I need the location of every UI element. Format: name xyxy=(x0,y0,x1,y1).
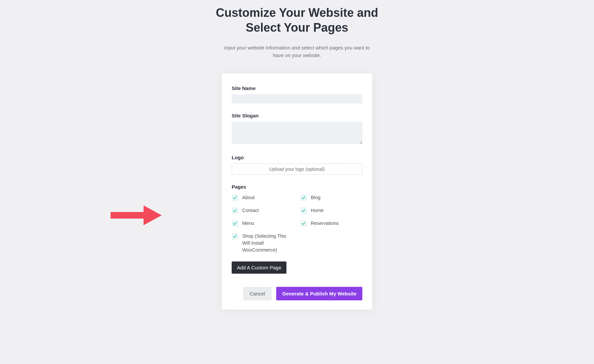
pages-grid: About Blog Contact xyxy=(232,194,362,254)
site-name-field: Site Name xyxy=(232,85,362,104)
svg-marker-1 xyxy=(144,205,162,225)
pages-label: Pages xyxy=(232,184,362,190)
form-card: Site Name Site Slogan Logo Upload your l… xyxy=(222,74,372,310)
checkbox-home[interactable] xyxy=(300,207,307,214)
site-slogan-label: Site Slogan xyxy=(232,113,362,118)
page-item-about: About xyxy=(232,194,294,201)
page-title: Customize Your Website and Select Your P… xyxy=(0,5,594,35)
add-custom-page-button[interactable]: Add A Custom Page xyxy=(232,261,286,274)
svg-rect-0 xyxy=(111,212,145,219)
cancel-button[interactable]: Cancel xyxy=(243,287,272,300)
page-subtitle: Input your website information and selec… xyxy=(219,44,375,59)
page-label-reservations: Reservations xyxy=(311,220,339,227)
check-icon xyxy=(302,222,306,226)
check-icon xyxy=(233,196,237,200)
page-title-line2: Select Your Pages xyxy=(246,21,348,34)
checkbox-reservations[interactable] xyxy=(300,220,307,227)
page-item-menu: Menu xyxy=(232,220,294,227)
check-icon xyxy=(302,209,306,213)
page-label-contact: Contact xyxy=(242,207,259,214)
logo-upload-button[interactable]: Upload your logo (optional) xyxy=(232,164,362,175)
generate-publish-button[interactable]: Generate & Publish My Website xyxy=(276,287,362,300)
checkbox-contact[interactable] xyxy=(232,207,238,214)
checkbox-blog[interactable] xyxy=(300,195,307,201)
site-slogan-input[interactable] xyxy=(232,122,362,144)
site-name-input[interactable] xyxy=(232,94,362,104)
logo-field: Logo Upload your logo (optional) xyxy=(232,155,362,175)
site-name-label: Site Name xyxy=(232,85,362,91)
site-slogan-field: Site Slogan xyxy=(232,113,362,145)
page-label-shop: Shop (Selecting This Will Install WooCom… xyxy=(242,233,294,254)
page-label-about: About xyxy=(242,194,255,201)
pages-section: Pages About Blog xyxy=(232,184,362,274)
annotation-arrow-icon xyxy=(111,205,163,225)
page-label-home: Home xyxy=(311,207,324,214)
checkbox-menu[interactable] xyxy=(232,220,238,227)
page-title-line1: Customize Your Website and xyxy=(216,6,378,19)
page-item-contact: Contact xyxy=(232,207,294,214)
checkbox-shop[interactable] xyxy=(232,233,238,240)
page-item-reservations: Reservations xyxy=(300,220,362,227)
check-icon xyxy=(233,222,237,226)
check-icon xyxy=(233,209,237,213)
page-item-shop: Shop (Selecting This Will Install WooCom… xyxy=(232,233,294,254)
page-item-blog: Blog xyxy=(300,194,362,201)
form-actions: Cancel Generate & Publish My Website xyxy=(232,287,362,300)
check-icon xyxy=(302,196,306,200)
logo-upload-text: Upload your logo (optional) xyxy=(269,167,325,172)
checkbox-about[interactable] xyxy=(232,195,238,201)
check-icon xyxy=(233,234,237,238)
page-item-home: Home xyxy=(300,207,362,214)
page-label-blog: Blog xyxy=(311,194,320,201)
logo-label: Logo xyxy=(232,155,362,160)
page-label-menu: Menu xyxy=(242,220,254,227)
